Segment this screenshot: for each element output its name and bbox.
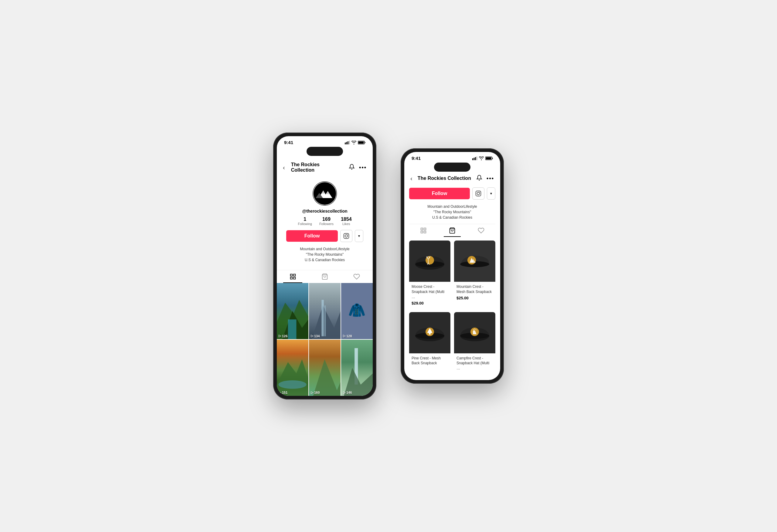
tab-shop-left[interactable] <box>309 270 341 283</box>
video-count-6: ▷146 <box>343 391 352 395</box>
tab-videos-right[interactable] <box>409 224 438 237</box>
tabs-left <box>277 270 373 283</box>
signal-icon-right <box>472 156 477 160</box>
wifi-icon <box>351 141 356 144</box>
svg-text:🧥: 🧥 <box>348 302 366 318</box>
back-button-left[interactable]: ‹ <box>283 164 285 171</box>
back-button-right[interactable]: ‹ <box>410 175 413 182</box>
product-info-4: Campfire Crest - Snapback Hat (Multi … <box>454 353 495 375</box>
svg-point-14 <box>345 235 347 237</box>
nav-icons-right: ••• <box>476 175 494 182</box>
svg-point-46 <box>477 192 479 195</box>
username-left: @therockiescollection <box>302 209 347 214</box>
nav-icons-left: ••• <box>349 164 367 171</box>
avatar-logo <box>313 181 337 206</box>
video-cell-5[interactable]: ▷160 <box>309 340 341 396</box>
svg-rect-16 <box>290 274 292 276</box>
product-price-2: $25.00 <box>456 296 493 300</box>
svg-rect-1 <box>346 142 347 144</box>
stat-likes-label: Likes <box>342 222 350 226</box>
product-card-1[interactable]: Moose Crest - Snapback Hat (Multi … $29.… <box>409 241 450 308</box>
dropdown-button-left[interactable]: ▾ <box>355 230 363 242</box>
stat-followers: 169 Followers <box>319 217 334 226</box>
svg-rect-18 <box>290 277 292 279</box>
svg-rect-2 <box>347 141 348 144</box>
tab-videos-left[interactable] <box>277 270 309 283</box>
bio-right: Mountain and OutdoorLifestyle "The Rocky… <box>409 204 495 220</box>
tabs-right <box>409 224 495 237</box>
stat-followers-label: Followers <box>319 222 334 226</box>
video-cell-6[interactable]: ▷146 <box>341 340 373 396</box>
video-cell-3[interactable]: 🧥 ▷128 <box>341 283 373 339</box>
svg-rect-0 <box>345 143 346 144</box>
svg-rect-5 <box>358 141 364 143</box>
video-cell-4[interactable]: ▷151 <box>277 340 308 396</box>
product-img-2 <box>454 241 495 282</box>
bio-left: Mountain and OutdoorLifestyle "The Rocky… <box>300 246 349 263</box>
time-right: 9:41 <box>412 156 421 161</box>
product-name-1: Moose Crest - Snapback Hat (Multi … <box>412 284 448 299</box>
nav-bar-right: ‹ The Rockies Collection ••• <box>404 172 500 185</box>
bell-icon-right[interactable] <box>476 175 482 182</box>
bio-line2-right: "The Rocky Mountains" <box>409 209 495 215</box>
more-icon-right[interactable]: ••• <box>486 175 494 182</box>
bio-line1-left: Mountain and OutdoorLifestyle <box>300 246 349 252</box>
tab-likes-right[interactable] <box>466 224 495 237</box>
dropdown-button-right[interactable]: ▾ <box>487 187 495 200</box>
profile-section-left: @therockiescollection 1 Following 169 Fo… <box>277 179 373 266</box>
shop-follow-row: Follow ▾ <box>409 185 495 200</box>
tab-shop-right[interactable] <box>438 224 467 237</box>
svg-point-47 <box>479 192 480 192</box>
svg-rect-51 <box>424 231 426 233</box>
product-img-4 <box>454 312 495 353</box>
tab-likes-left[interactable] <box>341 270 373 283</box>
svg-point-15 <box>347 235 348 235</box>
instagram-button-left[interactable] <box>340 230 352 242</box>
product-card-2[interactable]: Mountain Crest - Mesh Back Snapback $25.… <box>454 241 495 308</box>
svg-rect-19 <box>293 277 295 279</box>
battery-icon-right <box>485 156 493 160</box>
bell-icon-left[interactable] <box>349 164 355 171</box>
nav-bar-left: ‹ The Rockies Collection ••• <box>277 156 373 179</box>
time-left: 9:41 <box>284 140 293 145</box>
signal-icon <box>345 141 350 144</box>
svg-rect-41 <box>475 157 476 160</box>
video-count-2: ▷134 <box>311 334 320 338</box>
wifi-icon-right <box>479 156 484 160</box>
instagram-button-right[interactable] <box>472 187 484 200</box>
product-img-3 <box>409 312 450 353</box>
phone-right-screen: 9:41 ‹ The Rockies Collection ••• <box>404 152 500 380</box>
product-card-3[interactable]: Pine Crest - Mesh Back Snapback <box>409 312 450 375</box>
more-icon-left[interactable]: ••• <box>359 164 367 171</box>
product-img-1 <box>409 241 450 282</box>
bio-line1-right: Mountain and OutdoorLifestyle <box>409 204 495 209</box>
svg-rect-28 <box>324 305 326 337</box>
svg-rect-27 <box>321 300 324 337</box>
product-info-1: Moose Crest - Snapback Hat (Multi … $29.… <box>409 282 450 308</box>
stat-following: 1 Following <box>298 217 312 226</box>
status-icons-right <box>472 156 493 160</box>
product-info-3: Pine Crest - Mesh Back Snapback <box>409 353 450 370</box>
svg-rect-39 <box>472 158 473 160</box>
bio-line3-left: U.S & Canadian Rockies <box>300 257 349 263</box>
stat-following-value: 1 <box>304 217 306 222</box>
svg-rect-42 <box>476 156 477 160</box>
dynamic-island-right <box>434 162 470 172</box>
product-card-4[interactable]: Campfire Crest - Snapback Hat (Multi … <box>454 312 495 375</box>
svg-rect-17 <box>293 274 295 276</box>
svg-rect-65 <box>429 333 431 335</box>
product-price-1: $29.00 <box>412 301 448 305</box>
phone-left-screen: 9:41 ‹ The Rockies Collection ••• <box>277 136 373 396</box>
video-count-5: ▷160 <box>311 391 320 395</box>
video-cell-1[interactable]: ▷126 <box>277 283 308 339</box>
follow-button-left[interactable]: Follow <box>286 230 338 242</box>
hat-svg-4 <box>458 319 491 347</box>
page-title-left: The Rockies Collection <box>285 159 349 176</box>
follow-button-right[interactable]: Follow <box>409 188 470 199</box>
product-grid: Moose Crest - Snapback Hat (Multi … $29.… <box>409 241 495 375</box>
svg-rect-24 <box>288 319 297 339</box>
video-cell-2[interactable]: ▷134 <box>309 283 341 339</box>
battery-icon <box>358 141 365 144</box>
dynamic-island-left <box>307 147 343 156</box>
hat-svg-3 <box>413 319 446 347</box>
